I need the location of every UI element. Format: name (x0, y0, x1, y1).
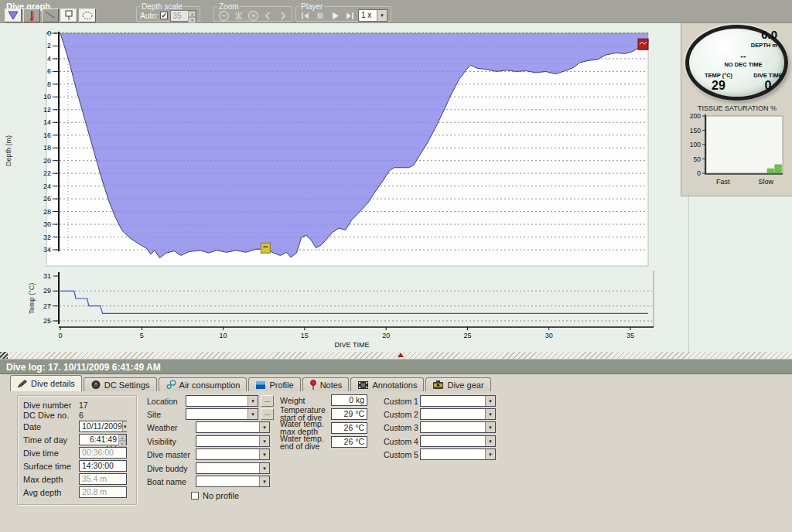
chevron-down-icon[interactable]: ▼ (485, 449, 495, 459)
camera-icon (432, 380, 444, 390)
field-label-custom-1: Custom 1 (384, 397, 418, 405)
chevron-down-icon[interactable]: ▼ (122, 421, 128, 431)
dc-dive-no-label: DC Dive no. (23, 411, 79, 420)
toolbar-button-marker-flag[interactable] (60, 9, 77, 22)
skip-back-icon[interactable] (299, 9, 312, 22)
combo-location[interactable]: ▼ (186, 395, 258, 407)
combo-dive-buddy[interactable]: ▼ (196, 462, 270, 474)
tissue-fast-label: Fast (716, 178, 730, 186)
combo-weather[interactable]: ▼ (196, 421, 270, 433)
depth-axis-label: Depth (m) (5, 135, 12, 166)
auto-checkbox[interactable]: ✓ (160, 12, 168, 19)
chevron-down-icon[interactable]: ▼ (259, 449, 269, 459)
chevron-down-icon[interactable]: ▼ (248, 396, 258, 406)
svg-text:15: 15 (301, 332, 309, 339)
svg-text:25: 25 (463, 332, 471, 339)
zoom-out-icon[interactable] (217, 9, 230, 22)
date-picker[interactable]: 10/11/2009▼ (79, 421, 127, 432)
tab-label: DC Settings (104, 380, 150, 390)
tab-label: Profile (269, 380, 293, 390)
field-label-dive-buddy: Dive buddy (147, 465, 188, 472)
svg-text:0: 0 (47, 29, 51, 37)
stop-icon[interactable] (314, 9, 326, 22)
toolbar-button-ellipse-select[interactable] (79, 9, 96, 22)
dive-profile-chart: 0246810121416182022242628303234Depth (m)… (0, 23, 681, 352)
chevron-down-icon[interactable]: ▼ (485, 422, 495, 432)
event-marker-red[interactable] (638, 39, 648, 49)
chevron-down-icon[interactable]: ▼ (485, 409, 495, 419)
spin-up-icon[interactable]: ▲ (188, 11, 196, 17)
splitter-bar[interactable] (0, 352, 792, 359)
tab-profile[interactable]: Profile (248, 377, 300, 391)
temperature-line (60, 291, 648, 313)
combo-visibility[interactable]: ▼ (196, 435, 270, 447)
splitter-collapse-icon[interactable] (398, 353, 404, 357)
combo-custom-4[interactable]: ▼ (420, 435, 496, 447)
chevron-down-icon[interactable]: ▼ (259, 422, 269, 432)
svg-text:30: 30 (43, 220, 51, 228)
more-button-site[interactable]: ... (261, 408, 274, 420)
auto-label: Auto: (140, 12, 158, 20)
field-label-location: Location (147, 397, 178, 405)
field-label-custom-4: Custom 4 (384, 438, 418, 445)
svg-text:50: 50 (694, 155, 702, 163)
time-of-day-spinner[interactable]: 6:41:49 AM▲▼ (79, 434, 127, 445)
tab-dc-settings[interactable]: DC Settings (84, 377, 157, 391)
spin-down-icon[interactable]: ▼ (118, 441, 126, 447)
play-icon[interactable] (329, 9, 341, 22)
toolbar-button-gradient-curve[interactable] (42, 9, 59, 22)
field-temperature-start-of-dive[interactable]: 29 °C (331, 408, 367, 420)
dive-time-field: 00:36:00 (79, 447, 127, 459)
zoom-fit-icon[interactable] (232, 9, 244, 22)
more-button-location[interactable]: ... (261, 395, 274, 407)
step-forward-icon[interactable] (343, 9, 356, 22)
combo-dive-master[interactable]: ▼ (196, 448, 270, 460)
toolbar-button-thermometer[interactable] (23, 9, 40, 22)
svg-text:6: 6 (47, 67, 51, 75)
chevron-down-icon[interactable]: ▼ (485, 436, 495, 446)
surface-time-field[interactable]: 14:30:00 (79, 460, 127, 472)
zoom-in-icon[interactable] (247, 9, 259, 22)
chevron-down-icon[interactable]: ▼ (259, 476, 269, 486)
field-water-temp-end-of-dive[interactable]: 26 °C (331, 436, 367, 448)
chevron-down-icon[interactable]: ▼ (259, 436, 269, 446)
tab-dive-details[interactable]: Dive details (10, 375, 82, 391)
no-profile-row: No profile (191, 491, 239, 500)
spin-up-icon[interactable]: ▲ (118, 435, 126, 441)
svg-text:10: 10 (43, 93, 51, 101)
field-water-temp-max-depth[interactable]: 26 °C (331, 422, 367, 434)
chevron-down-icon[interactable]: ▼ (259, 463, 269, 473)
pan-left-icon[interactable] (261, 9, 274, 22)
combo-custom-2[interactable]: ▼ (420, 408, 496, 420)
svg-text:8: 8 (47, 80, 51, 88)
combo-boat-name[interactable]: ▼ (196, 476, 270, 487)
combo-custom-5[interactable]: ▼ (420, 448, 496, 460)
toolbar-button-dive-profile[interactable] (5, 9, 22, 22)
combo-custom-1[interactable]: ▼ (420, 395, 496, 407)
svg-text:29: 29 (43, 287, 51, 295)
tab-notes[interactable]: Notes (302, 377, 350, 391)
dive-details-panel: Dive number17 DC Dive no.6 Date 10/11/20… (0, 391, 792, 532)
tab-annotations[interactable]: Annotations (350, 377, 424, 391)
chevron-down-icon[interactable]: ▼ (248, 409, 258, 419)
no-profile-checkbox[interactable] (191, 492, 199, 500)
combo-custom-3[interactable]: ▼ (420, 421, 496, 433)
spin-down-icon[interactable]: ▼ (188, 17, 196, 23)
tab-dive-gear[interactable]: Dive gear (425, 377, 490, 391)
svg-text:100: 100 (690, 141, 701, 148)
dive-number-label: Dive number (23, 401, 79, 410)
chevron-down-icon[interactable]: ▼ (485, 396, 495, 406)
tab-air-consumption[interactable]: Air consumption (159, 377, 248, 391)
splitter-grip-icon[interactable] (0, 352, 8, 359)
chevron-down-icon[interactable]: ▼ (377, 10, 387, 21)
gauge-temp-value: 29 (692, 79, 745, 93)
field-weight[interactable]: 0 kg (331, 394, 367, 406)
svg-text:27: 27 (43, 302, 51, 310)
event-marker-yellow[interactable] (261, 243, 270, 253)
combo-site[interactable]: ▼ (186, 408, 258, 420)
depth-scale-spinner[interactable]: 35 ▲▼ (170, 10, 196, 22)
depth-scale-group: Depth scale Auto: ✓ 35 ▲▼ (136, 2, 200, 22)
player-speed-select[interactable]: 1 x▼ (358, 9, 387, 22)
date-label: Date (23, 422, 79, 431)
pan-right-icon[interactable] (276, 9, 288, 22)
